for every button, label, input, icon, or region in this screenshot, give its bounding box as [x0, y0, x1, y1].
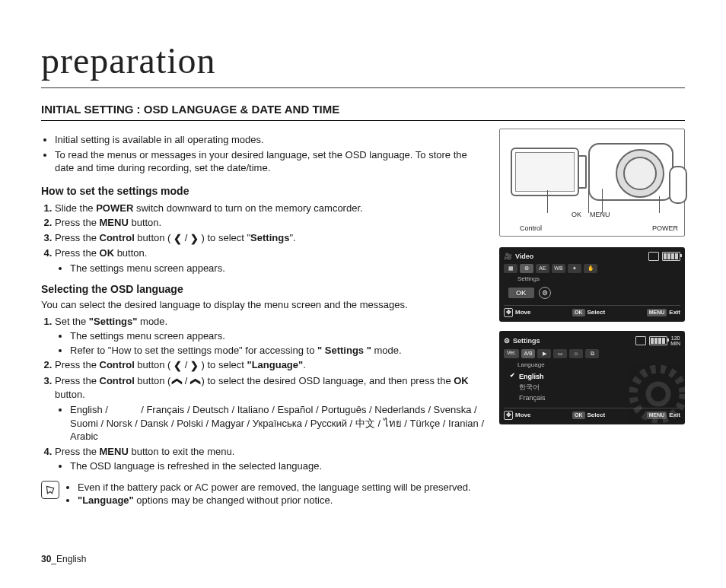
- settings-gear-icon: ⚙: [520, 264, 533, 273]
- t: "Settings": [89, 316, 138, 327]
- step: Press the OK button. The settings menu s…: [55, 246, 486, 275]
- t: /: [182, 359, 190, 370]
- osd-heading: Selecting the OSD language: [41, 282, 486, 297]
- t: ) to select: [199, 359, 247, 370]
- t: Settings: [250, 232, 289, 243]
- leader-line: [588, 190, 589, 213]
- wb-icon: WB: [552, 264, 565, 273]
- chapter-title: preparation: [41, 37, 685, 88]
- card-icon: [635, 336, 646, 345]
- note-block: Even if the battery pack or AC power are…: [41, 481, 486, 507]
- lcd-screen-settings: ⚙ Settings 120 MIN Ver. A/B: [499, 331, 685, 424]
- t: Control: [100, 375, 135, 386]
- chevron-right-icon: ❯: [190, 232, 199, 246]
- chevron-left-icon: ❮: [174, 232, 182, 246]
- t: button (: [135, 359, 174, 370]
- ok-indicator: OK: [508, 288, 534, 298]
- move-label: Move: [515, 309, 530, 317]
- substep: Refer to "How to set the settings mode" …: [70, 344, 486, 358]
- section-title: INITIAL SETTING : OSD LANGUAGE & DATE AN…: [41, 102, 685, 117]
- camera-lens-icon: [616, 149, 664, 198]
- t: options may be changed without prior not…: [134, 494, 333, 506]
- t: Control: [100, 232, 135, 243]
- t: Refer to "How to set the settings mode" …: [70, 345, 317, 356]
- camcorder-illustration: [506, 135, 678, 213]
- t: ) to select ": [199, 232, 250, 243]
- t: OK: [100, 247, 115, 259]
- step: Press the MENU button.: [55, 216, 486, 230]
- t: Press the: [55, 247, 100, 259]
- t: "Language": [78, 494, 134, 506]
- mode-label: Video: [515, 252, 533, 261]
- section-heading-row: INITIAL SETTING : OSD LANGUAGE & DATE AN…: [41, 102, 685, 121]
- page-footer: 30_English: [41, 553, 86, 565]
- substep: The settings menu screen appears.: [70, 329, 486, 343]
- t: " Settings ": [317, 345, 371, 356]
- camera-screen-icon: [511, 148, 579, 196]
- camera-grip-icon: [669, 166, 687, 204]
- step: Press the Control button ( ❮ / ❯ ) to se…: [55, 231, 486, 246]
- demo-icon: ▶: [537, 349, 551, 358]
- t: /: [182, 232, 190, 243]
- label-control: Control: [520, 224, 542, 233]
- step: Press the Control button ( ❮ / ❯ ) to se…: [55, 374, 486, 443]
- t: Press the: [55, 375, 100, 386]
- page-number: 30: [41, 554, 51, 564]
- ok-tag: OK: [572, 412, 585, 418]
- t: "Language": [247, 359, 303, 370]
- intro-bullet: To read the menus or messages in your de…: [55, 148, 486, 175]
- language-item: Français: [508, 393, 680, 403]
- chevron-left-icon: ❮: [174, 359, 182, 373]
- t: Set the: [55, 316, 89, 327]
- settings-title: Settings: [513, 336, 540, 345]
- language-item: English: [508, 371, 680, 382]
- note-list: Even if the battery pack or AC power are…: [65, 481, 471, 507]
- step: Slide the POWER switch downward to turn …: [55, 202, 486, 215]
- card-icon: [648, 252, 659, 261]
- effect-icon: ✦: [568, 264, 581, 273]
- dpad-icon: ✥: [504, 411, 513, 420]
- tv-icon: ⧉: [585, 349, 599, 358]
- leader-line: [659, 196, 660, 213]
- t: Press the: [55, 359, 100, 370]
- display-icon: ▭: [553, 349, 567, 358]
- t: POWER: [96, 202, 133, 214]
- menu-tag: MENU: [647, 309, 667, 316]
- t: .: [303, 359, 306, 370]
- leader-line: [547, 190, 548, 213]
- chevron-right-icon: ❯: [190, 359, 199, 373]
- exit-label: Exit: [669, 309, 680, 317]
- label-ok: OK: [572, 210, 581, 219]
- language-item: 한국어: [508, 382, 680, 393]
- t: Press the: [55, 446, 100, 457]
- section-rule: [41, 120, 685, 121]
- label-power: POWER: [652, 224, 678, 233]
- t: button.: [129, 217, 161, 228]
- camera-body-icon: [588, 143, 673, 201]
- howto-heading: How to set the settings mode: [41, 184, 486, 199]
- brightness-icon: ☼: [569, 349, 583, 358]
- t: button (: [135, 375, 174, 386]
- label-menu: MENU: [590, 210, 610, 219]
- step: Set the "Settings" mode. The settings me…: [55, 315, 486, 358]
- t: button.: [55, 389, 85, 400]
- t: MENU: [100, 217, 129, 228]
- t: button.: [114, 247, 147, 259]
- t: Press the: [55, 232, 100, 243]
- t: OK: [454, 375, 469, 386]
- t: button (: [135, 232, 174, 243]
- t: button to exit the menu.: [129, 446, 234, 457]
- language-icon: A/B: [521, 349, 535, 358]
- note-icon: [41, 481, 59, 499]
- step: Press the MENU button to exit the menu. …: [55, 445, 486, 473]
- lcd-screen-video: 🎥 Video ▦ ⚙ AE WB ✦ ✋ Settings: [499, 247, 685, 322]
- mode-icon-row: ▦ ⚙ AE WB ✦ ✋: [504, 264, 680, 273]
- camcorder-labels: Control OK MENU POWER: [500, 224, 684, 233]
- ae-icon: AE: [536, 264, 549, 273]
- osd-intro: You can select the desired language to d…: [41, 298, 486, 312]
- move-label: Move: [515, 412, 530, 420]
- ok-tag: OK: [572, 309, 585, 316]
- version-icon: Ver.: [504, 349, 519, 358]
- camcorder-diagram: Control OK MENU POWER: [499, 129, 685, 237]
- osd-steps: Set the "Settings" mode. The settings me…: [41, 315, 486, 473]
